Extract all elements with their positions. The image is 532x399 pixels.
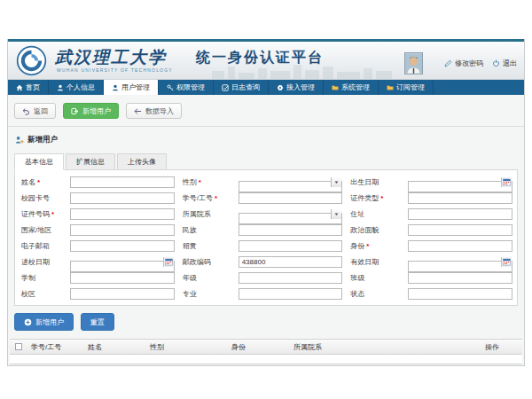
pencil-icon — [444, 59, 452, 67]
field-label-text: 状态 — [350, 290, 364, 298]
class-field[interactable] — [408, 272, 512, 284]
nav-item-subscription-mgmt[interactable]: 订阅管理 — [379, 80, 434, 95]
data-import-button[interactable]: 数据导入 — [126, 103, 182, 119]
id-type-field[interactable] — [408, 192, 512, 204]
nav-item-access-mgmt[interactable]: 接入管理 — [269, 80, 324, 95]
department-select-dropdown-button[interactable] — [331, 209, 341, 219]
department-select[interactable] — [239, 213, 343, 224]
campus-field-label: 校区 — [21, 289, 62, 299]
change-password-link[interactable]: 修改密码 — [444, 59, 483, 68]
add-user-toolbar-button[interactable]: 新增用户 — [63, 103, 119, 119]
country-field-label: 国家/地区 — [21, 225, 62, 235]
valid-date-field[interactable] — [408, 261, 512, 272]
native-place-field[interactable] — [239, 240, 343, 252]
back-button[interactable]: 返回 — [14, 103, 56, 119]
select-all-checkbox[interactable] — [15, 343, 22, 350]
nav-item-label: 系统管理 — [341, 82, 370, 92]
identity-field[interactable] — [408, 240, 512, 252]
field-label-text: 民族 — [183, 226, 197, 234]
import-icon — [134, 107, 142, 115]
enrollment-date-field[interactable] — [70, 261, 175, 272]
nav-item-system-mgmt[interactable]: 系统管理 — [324, 80, 379, 95]
profile-icon — [57, 84, 64, 91]
schooling-length-field-label: 学制 — [21, 273, 62, 283]
field-label-text: 邮政编码 — [183, 258, 211, 266]
auth-platform-window: 武汉理工大学 WUHAN UNIVERSITY OF TECHNOLOGY 统一… — [7, 39, 525, 366]
logout-link[interactable]: 退出 — [492, 59, 517, 68]
logout-label: 退出 — [503, 59, 517, 68]
university-name: 武汉理工大学 — [55, 46, 167, 69]
political-status-field-label: 政治面貌 — [350, 225, 400, 235]
gender-select[interactable] — [239, 181, 343, 192]
field-label-text: 进校日期 — [21, 258, 50, 266]
campus-field[interactable] — [70, 288, 175, 300]
field-label-text: 有效日期 — [350, 258, 379, 266]
nav-item-log-query[interactable]: 日志查询 — [214, 80, 269, 95]
major-field-label: 专业 — [183, 289, 231, 299]
section-title: 新增用户 — [27, 135, 58, 145]
country-field[interactable] — [70, 224, 175, 236]
class-field-label: 班级 — [350, 273, 400, 283]
plus-circle-icon — [24, 318, 32, 326]
reset-button[interactable]: 重置 — [81, 313, 114, 331]
address-field-label: 住址 — [350, 209, 400, 219]
email-field[interactable] — [70, 240, 175, 252]
tab-upload-avatar[interactable]: 上传头像 — [117, 153, 167, 170]
ethnicity-field[interactable] — [239, 224, 343, 236]
field-label-text: 校区 — [21, 290, 35, 298]
birth-date-field[interactable] — [408, 181, 512, 192]
col-gender: 性别 — [146, 342, 228, 352]
main-nav: 首页个人信息用户管理权限管理日志查询接入管理系统管理订阅管理 — [8, 80, 524, 95]
back-button-label: 返回 — [34, 106, 48, 116]
field-label-text: 电子邮箱 — [21, 242, 50, 250]
field-label-text: 姓名 — [21, 178, 35, 186]
tab-extended-info[interactable]: 扩展信息 — [66, 153, 115, 170]
major-field[interactable] — [239, 288, 343, 300]
tab-basic-info[interactable]: 基本信息 — [14, 153, 64, 170]
campus-card-field[interactable] — [70, 192, 175, 204]
address-field[interactable] — [408, 208, 512, 220]
col-department: 所属院系 — [290, 342, 481, 352]
submit-add-user-button[interactable]: 新增用户 — [14, 313, 74, 331]
postal-code-field-label: 邮政编码 — [183, 257, 231, 267]
university-logo-icon — [16, 45, 47, 76]
birth-date-field-calendar-button[interactable] — [501, 177, 512, 187]
add-user-toolbar-label: 新增用户 — [82, 106, 111, 116]
export-icon — [71, 107, 79, 115]
nav-item-label: 接入管理 — [286, 82, 315, 92]
student-id-field[interactable] — [239, 192, 343, 204]
postal-code-field[interactable] — [239, 256, 343, 268]
id-number-field[interactable] — [70, 208, 175, 220]
field-label-text: 年级 — [183, 274, 197, 282]
field-label-text: 证件号码 — [21, 210, 50, 218]
grade-field[interactable] — [239, 272, 343, 284]
col-action: 操作 — [481, 342, 522, 352]
nav-item-home[interactable]: 首页 — [8, 80, 49, 95]
gender-select-wrap — [239, 176, 343, 188]
id-type-field-label: 证件类型* — [350, 193, 400, 203]
field-label-text: 所属院系 — [183, 210, 211, 218]
political-status-field[interactable] — [408, 224, 512, 236]
dropdown-icon — [333, 211, 340, 217]
valid-date-field-calendar-button[interactable] — [501, 257, 512, 267]
nav-item-profile[interactable]: 个人信息 — [49, 80, 104, 95]
log-icon — [222, 84, 229, 91]
nav-item-label: 日志查询 — [231, 82, 260, 92]
status-field[interactable] — [408, 288, 512, 300]
birth-date-field-label: 出生日期 — [350, 177, 400, 187]
schooling-length-field[interactable] — [70, 272, 175, 284]
nav-item-permission-mgmt[interactable]: 权限管理 — [159, 80, 214, 95]
enrollment-date-field-calendar-button[interactable] — [163, 257, 174, 267]
identity-field-label: 身份* — [350, 241, 400, 251]
users-table: 学号/工号姓名性别身份所属院系操作 — [10, 339, 522, 364]
nav-item-user-mgmt[interactable]: 用户管理 — [104, 80, 159, 95]
users-icon — [112, 84, 119, 91]
calendar-icon — [165, 258, 173, 266]
required-asterisk: * — [51, 210, 54, 218]
col-identity: 身份 — [228, 342, 290, 352]
table-empty-row — [10, 355, 522, 364]
calendar-icon — [503, 178, 511, 186]
page: { "colors":{"nav_blue":"#1b6191","top_li… — [0, 0, 532, 399]
name-field[interactable] — [70, 176, 175, 188]
gender-select-dropdown-button[interactable] — [331, 177, 341, 187]
